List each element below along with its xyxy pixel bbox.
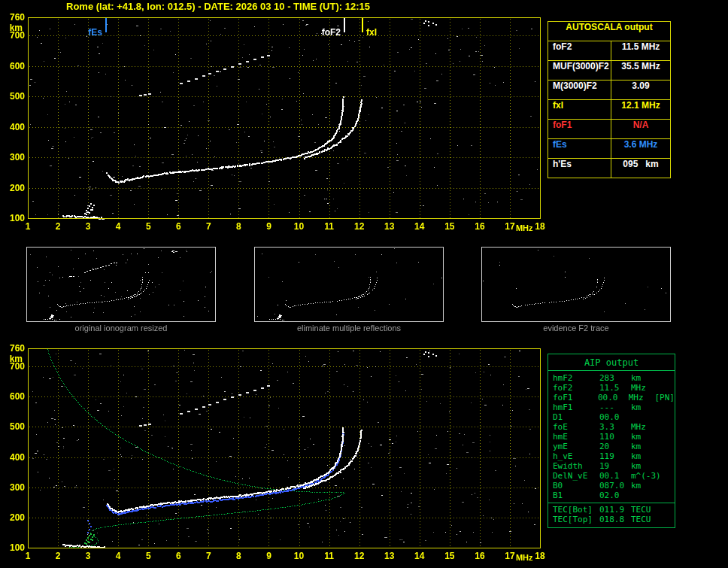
aip-unit-yme: km bbox=[631, 442, 658, 451]
aip-unit-fof2: MHz bbox=[631, 383, 658, 393]
aip-label-ewidth: Ewidth bbox=[553, 461, 599, 471]
aip-value-fof2: 11.5 bbox=[599, 383, 631, 393]
aip-label-b0: B0 bbox=[553, 481, 599, 491]
autoscala-label-muf-3000-f2: MUF(3000)F2 bbox=[548, 61, 611, 80]
aip-row-fof2: foF211.5MHz bbox=[548, 383, 675, 393]
aip-label-hmf2: hmF2 bbox=[553, 373, 599, 383]
aip-header: AIP output bbox=[548, 354, 675, 371]
aip-row-hmf1: hmF1---km bbox=[548, 402, 675, 412]
aip-value-tec-bot-: 011.9 bbox=[599, 505, 631, 515]
aip-unit-h-ve: km bbox=[631, 451, 658, 461]
autoscala-value-m-3000-f2: 3.09 bbox=[611, 80, 670, 99]
aip-value-foe: 3.3 bbox=[599, 422, 631, 432]
aip-unit-tec-top-: TECU bbox=[631, 515, 658, 524]
autoscala-row-h-es: h'Es095 km bbox=[548, 158, 670, 178]
aip-value-deln-ve: 00.1 bbox=[599, 471, 631, 481]
aip-unit-tec-bot-: TECU bbox=[631, 505, 658, 515]
aip-label-fof1: foF1 bbox=[553, 393, 598, 402]
aip-label-deln-ve: DelN_vE bbox=[553, 471, 599, 481]
aip-label-b1: B1 bbox=[553, 491, 599, 500]
autoscala-row-m-3000-f2: M(3000)F23.09 bbox=[548, 80, 670, 99]
aip-row-b0: B0087.0km bbox=[548, 481, 675, 491]
aip-row-deln-ve: DelN_vE00.1m^(-3) bbox=[548, 471, 675, 481]
aip-unit-foe: MHz bbox=[631, 422, 658, 432]
thumbnail-caption-2: eliminate multiple reflections bbox=[297, 323, 401, 333]
aip-unit-hmf1: km bbox=[631, 402, 658, 412]
aip-value-b0: 087.0 bbox=[599, 481, 631, 491]
aip-value-hmf1: --- bbox=[599, 402, 631, 412]
autoscala-value-fof2: 11.5 MHz bbox=[611, 41, 670, 60]
aip-label-yme: ymE bbox=[553, 442, 599, 451]
autoscala-label-fes: fEs bbox=[548, 139, 611, 158]
aip-row-fof1: foF100.0MHz[PN] bbox=[548, 393, 675, 402]
aip-value-hme: 110 bbox=[599, 432, 631, 442]
autoscala-window: Rome (lat: +41.8, lon: 012.5) - DATE: 20… bbox=[0, 0, 728, 568]
aip-output-box: AIP output hmF2283kmfoF211.5MHzfoF100.0M… bbox=[548, 354, 675, 528]
aip-value-h-ve: 119 bbox=[599, 451, 631, 461]
autoscala-header: AUTOSCALA output bbox=[548, 22, 670, 41]
aip-unit-hmf2: km bbox=[631, 373, 658, 383]
autoscala-output-box: AUTOSCALA output foF211.5 MHzMUF(3000)F2… bbox=[548, 21, 671, 178]
aip-row-h-ve: h_vE119km bbox=[548, 451, 675, 461]
aip-unit-deln-ve: m^(-3) bbox=[631, 471, 658, 481]
aip-value-hmf2: 283 bbox=[599, 373, 631, 383]
aip-row-yme: ymE20km bbox=[548, 442, 675, 451]
aip-row-foe: foE3.3MHz bbox=[548, 422, 675, 432]
aip-row-hmf2: hmF2283km bbox=[548, 373, 675, 383]
aip-unit-hme: km bbox=[631, 432, 658, 442]
aip-unit-ewidth: km bbox=[631, 461, 658, 471]
aip-label-tec-top-: TEC[Top] bbox=[553, 515, 599, 524]
aip-label-hme: hmE bbox=[553, 432, 599, 442]
aip-label-fof2: foF2 bbox=[553, 383, 599, 393]
aip-value-d1: 00.0 bbox=[599, 412, 631, 422]
aip-label-foe: foE bbox=[553, 422, 599, 432]
autoscala-label-fxi: fxI bbox=[548, 100, 611, 119]
autoscala-value-h-es: 095 km bbox=[611, 159, 670, 178]
thumbnail-caption-1: original ionogram resized bbox=[75, 323, 168, 333]
aip-value-b1: 02.0 bbox=[599, 491, 631, 500]
autoscala-label-h-es: h'Es bbox=[548, 159, 611, 178]
autoscala-row-fxi: fxI12.1 MHz bbox=[548, 99, 670, 119]
aip-value-yme: 20 bbox=[599, 442, 631, 451]
autoscala-value-fxi: 12.1 MHz bbox=[611, 100, 670, 119]
aip-row-tec-top-: TEC[Top]018.8TECU bbox=[548, 515, 675, 524]
aip-label-hmf1: hmF1 bbox=[553, 402, 599, 412]
aip-row-ewidth: Ewidth19km bbox=[548, 461, 675, 471]
autoscala-value-fof1: N/A bbox=[611, 120, 670, 138]
aip-value-fof1: 00.0 bbox=[598, 393, 629, 402]
aip-label-d1: D1 bbox=[553, 412, 599, 422]
autoscala-value-fes: 3.6 MHz bbox=[611, 139, 670, 158]
autoscala-row-fof2: foF211.5 MHz bbox=[548, 41, 670, 60]
aip-unit-d1 bbox=[631, 412, 658, 422]
aip-row-d1: D100.0 bbox=[548, 412, 675, 422]
aip-unit-fof1: MHz bbox=[629, 393, 655, 402]
aip-unit-b0: km bbox=[631, 481, 658, 491]
aip-tec-section: TEC[Bot]011.9TECUTEC[Top]018.8TECU bbox=[548, 503, 675, 524]
autoscala-label-fof1: foF1 bbox=[548, 120, 611, 138]
aip-label-h-ve: h_vE bbox=[553, 451, 599, 461]
aip-row-b1: B102.0 bbox=[548, 491, 675, 500]
autoscala-label-m-3000-f2: M(3000)F2 bbox=[548, 80, 611, 99]
aip-value-tec-top-: 018.8 bbox=[599, 515, 631, 524]
autoscala-value-muf-3000-f2: 35.5 MHz bbox=[611, 61, 670, 80]
page-title: Rome (lat: +41.8, lon: 012.5) - DATE: 20… bbox=[66, 1, 370, 12]
aip-extra-fof1: [PN] bbox=[655, 393, 675, 402]
autoscala-rows: foF211.5 MHzMUF(3000)F235.5 MHzM(3000)F2… bbox=[548, 41, 670, 178]
aip-label-tec-bot-: TEC[Bot] bbox=[553, 505, 599, 515]
aip-value-ewidth: 19 bbox=[599, 461, 631, 471]
aip-unit-b1 bbox=[631, 491, 658, 500]
autoscala-row-muf-3000-f2: MUF(3000)F235.5 MHz bbox=[548, 60, 670, 80]
autoscala-label-fof2: foF2 bbox=[548, 41, 611, 60]
autoscala-row-fes: fEs3.6 MHz bbox=[548, 138, 670, 158]
aip-row-hme: hmE110km bbox=[548, 432, 675, 442]
thumbnail-caption-3: evidence F2 trace bbox=[543, 323, 608, 333]
aip-rows: hmF2283kmfoF211.5MHzfoF100.0MHz[PN]hmF1-… bbox=[548, 371, 675, 500]
aip-row-tec-bot-: TEC[Bot]011.9TECU bbox=[548, 505, 675, 515]
autoscala-row-fof1: foF1N/A bbox=[548, 119, 670, 138]
